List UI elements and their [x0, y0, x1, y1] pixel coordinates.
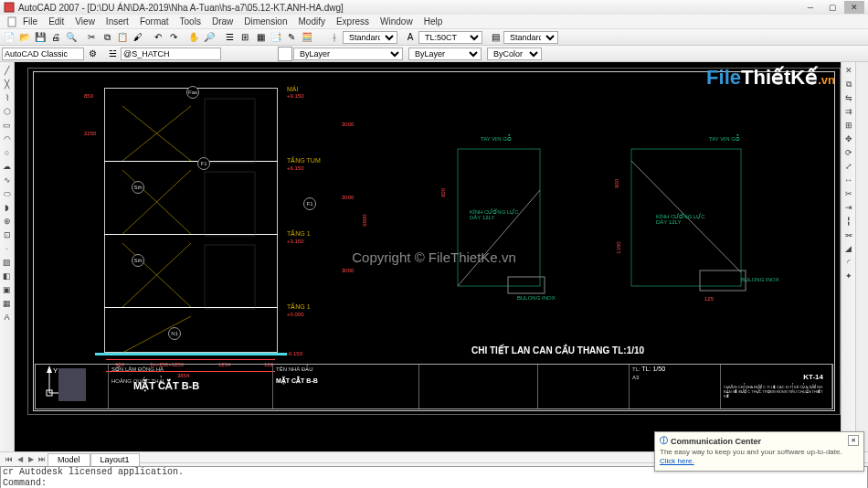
- design-center-icon[interactable]: ⊞: [238, 30, 252, 45]
- menu-view[interactable]: View: [70, 16, 100, 27]
- menu-draw[interactable]: Draw: [207, 16, 238, 27]
- menu-edit[interactable]: Edit: [44, 16, 69, 27]
- hatch-icon[interactable]: ▨: [1, 256, 14, 269]
- draw-toolbar: ╱ ╳ ⌇ ⬡ ▭ ◠ ○ ☁ ∿ ⬭ ◗ ⊕ ⊡ · ▨ ◧ ▣ ▦ A: [0, 62, 15, 451]
- menu-help[interactable]: Help: [419, 16, 448, 27]
- undo-icon[interactable]: ↶: [151, 30, 165, 45]
- menu-window[interactable]: Window: [376, 16, 418, 27]
- calc-icon[interactable]: 🧮: [300, 30, 314, 45]
- stretch-icon[interactable]: ↔: [842, 174, 855, 186]
- properties-icon[interactable]: ☰: [222, 30, 237, 45]
- table-style-icon[interactable]: ▤: [488, 30, 503, 45]
- tab-model[interactable]: Model: [48, 453, 90, 466]
- menu-tools[interactable]: Tools: [175, 16, 206, 27]
- zoom-icon[interactable]: 🔎: [202, 30, 217, 45]
- markup-icon[interactable]: ✎: [284, 30, 299, 45]
- copy-obj-icon[interactable]: ⧉: [842, 78, 855, 90]
- toolbar-2: ⚙ ☱ ByLayer ByLayer ByColor: [0, 46, 868, 62]
- dim-style-select[interactable]: Standard: [343, 31, 397, 44]
- join-icon[interactable]: ⫘: [842, 228, 855, 241]
- rotate-icon[interactable]: ⟳: [842, 146, 855, 159]
- menu-dimension[interactable]: Dimension: [239, 16, 291, 27]
- chamfer-icon[interactable]: ◢: [842, 242, 855, 255]
- tool-palettes-icon[interactable]: ▦: [253, 30, 268, 45]
- line-icon[interactable]: ╱: [1, 64, 14, 77]
- table-icon[interactable]: ▦: [1, 297, 14, 310]
- gradient-icon[interactable]: ◧: [1, 270, 14, 282]
- revcloud-icon[interactable]: ☁: [1, 160, 14, 173]
- rectangle-icon[interactable]: ▭: [1, 119, 14, 132]
- pan-icon[interactable]: ✋: [186, 30, 201, 45]
- make-block-icon[interactable]: ⊡: [1, 228, 14, 241]
- spline-icon[interactable]: ∿: [1, 174, 14, 186]
- circle-icon[interactable]: ○: [1, 146, 14, 159]
- tab-layout1[interactable]: Layout1: [90, 453, 140, 466]
- print-icon[interactable]: 🖨: [48, 30, 63, 45]
- move-icon[interactable]: ✥: [842, 133, 855, 145]
- region-icon[interactable]: ▣: [1, 283, 14, 296]
- new-icon[interactable]: 📄: [2, 30, 16, 45]
- table-style-select[interactable]: Standard: [503, 31, 558, 44]
- menu-insert[interactable]: Insert: [101, 16, 133, 27]
- break-icon[interactable]: ╏: [842, 215, 855, 228]
- comm-center-link[interactable]: Click here.: [660, 457, 694, 465]
- close-button[interactable]: ✕: [844, 1, 864, 14]
- point-icon[interactable]: ·: [1, 242, 14, 255]
- explode-icon[interactable]: ✦: [842, 270, 855, 282]
- lineweight-select[interactable]: ByColor: [487, 48, 542, 60]
- save-icon[interactable]: 💾: [33, 30, 48, 45]
- mirror-icon[interactable]: ⇋: [842, 91, 855, 104]
- plot-preview-icon[interactable]: 🔍: [64, 30, 79, 45]
- tabs-prev-icon[interactable]: ◀: [15, 454, 26, 465]
- sheet-set-icon[interactable]: 📑: [269, 30, 283, 45]
- array-icon[interactable]: ⊞: [842, 119, 855, 132]
- menu-modify[interactable]: Modify: [294, 16, 330, 27]
- layer-props-icon[interactable]: ☱: [105, 47, 120, 61]
- cut-icon[interactable]: ✂: [84, 30, 99, 45]
- menu-format[interactable]: Format: [135, 16, 174, 27]
- fillet-icon[interactable]: ◜: [842, 256, 855, 269]
- ellipse-icon[interactable]: ⬭: [1, 187, 14, 200]
- doc-icon: [2, 16, 13, 27]
- svg-rect-10: [205, 172, 255, 236]
- open-icon[interactable]: 📂: [17, 30, 32, 45]
- cmd-prompt[interactable]: Command:: [3, 478, 865, 488]
- insert-block-icon[interactable]: ⊕: [1, 215, 14, 228]
- marker-sth2: Sth: [132, 254, 144, 267]
- titlebar: AutoCAD 2007 - [D:\DU ÁN\DA-2019\Nha A-T…: [0, 0, 868, 15]
- scrollbar-y[interactable]: [855, 62, 868, 451]
- text-style-select[interactable]: TL:50CT: [418, 31, 482, 44]
- ellipse-arc-icon[interactable]: ◗: [1, 201, 14, 214]
- comm-close-button[interactable]: ×: [848, 435, 859, 446]
- xline-icon[interactable]: ╳: [1, 78, 14, 90]
- minimize-button[interactable]: ─: [800, 1, 820, 14]
- extend-icon[interactable]: ⇥: [842, 201, 855, 214]
- dim-style-icon[interactable]: ⟊: [327, 30, 342, 45]
- workspace-settings-icon[interactable]: ⚙: [85, 47, 100, 61]
- linetype-select[interactable]: ByLayer: [408, 48, 482, 60]
- paste-icon[interactable]: 📋: [115, 30, 130, 45]
- tabs-next-icon[interactable]: ▶: [26, 454, 37, 465]
- tabs-last-icon[interactable]: ⏭: [37, 454, 48, 465]
- color-swatch-icon[interactable]: [278, 47, 292, 61]
- menu-file[interactable]: File: [18, 16, 42, 27]
- text-style-icon[interactable]: A: [403, 30, 418, 45]
- pline-icon[interactable]: ⌇: [1, 91, 14, 104]
- maximize-button[interactable]: ▢: [822, 1, 842, 14]
- tabs-first-icon[interactable]: ⏮: [4, 454, 15, 465]
- offset-icon[interactable]: ⇉: [842, 105, 855, 118]
- mtext-icon[interactable]: A: [1, 311, 14, 324]
- copy-icon[interactable]: ⧉: [100, 30, 114, 45]
- layer-select[interactable]: ByLayer: [293, 48, 403, 60]
- matchprop-icon[interactable]: 🖌: [131, 30, 145, 45]
- trim-icon[interactable]: ✂: [842, 187, 855, 200]
- menu-express[interactable]: Express: [332, 16, 374, 27]
- workspace-select[interactable]: [2, 48, 84, 60]
- erase-icon[interactable]: ✕: [842, 64, 855, 77]
- arc-icon[interactable]: ◠: [1, 133, 14, 145]
- polygon-icon[interactable]: ⬡: [1, 105, 14, 118]
- communication-center-popup: ⓘ Communication Center × The easy way to…: [654, 431, 864, 472]
- scale-icon[interactable]: ⤢: [842, 160, 855, 173]
- redo-icon[interactable]: ↷: [166, 30, 181, 45]
- layer-filter-input[interactable]: [121, 48, 221, 60]
